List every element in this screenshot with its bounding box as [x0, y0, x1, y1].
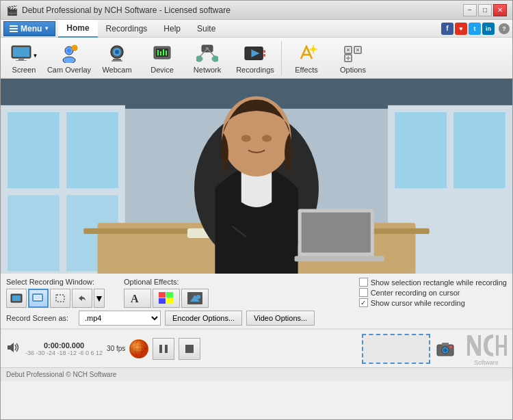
toolbar-options[interactable]: Options	[330, 40, 376, 77]
effect-btn-text[interactable]: A	[124, 289, 151, 308]
optional-effects-label: Optional Effects:	[124, 278, 209, 286]
waveform-scale: -36 -30 -24 -18 -12 -6 0 6 12	[25, 350, 103, 356]
checkbox-selection-label: Show selection rectangle while recording	[371, 278, 507, 287]
encoder-options-button[interactable]: Encoder Options...	[165, 311, 242, 326]
menu-item-recordings[interactable]: Recordings	[98, 20, 156, 38]
checkbox-row-selection: Show selection rectangle while recording	[359, 278, 507, 287]
linkedin-icon[interactable]: in	[482, 23, 495, 35]
svg-rect-77	[166, 298, 173, 304]
svg-point-63	[262, 135, 272, 142]
svg-point-6	[63, 57, 75, 63]
rec-btn-dropdown[interactable]: ▼	[94, 289, 105, 308]
screen-icon	[10, 42, 32, 64]
svg-rect-3	[16, 60, 27, 61]
checkbox-cursor[interactable]: ✓	[359, 298, 368, 307]
controls-row: Select Recording Window:	[1, 274, 512, 329]
svg-rect-18	[163, 49, 164, 55]
like-icon[interactable]: ♥	[455, 23, 467, 35]
ball-icon[interactable]	[129, 339, 148, 358]
checkbox-selection[interactable]	[359, 278, 368, 287]
select-recording-section: Select Recording Window:	[6, 278, 105, 308]
menu-button[interactable]: Menu ▼	[3, 21, 55, 36]
rec-btn-window[interactable]	[28, 289, 49, 308]
network-icon	[196, 42, 218, 64]
options-icon	[342, 42, 364, 64]
pause-button[interactable]	[153, 338, 174, 360]
svg-rect-19	[166, 51, 167, 55]
close-button[interactable]: ✕	[493, 4, 507, 16]
menu-arrow-icon: ▼	[44, 25, 49, 31]
svg-rect-51	[8, 195, 60, 271]
svg-rect-76	[159, 298, 166, 304]
device-icon	[151, 42, 173, 64]
svg-point-93	[443, 348, 447, 352]
svg-rect-89	[185, 345, 194, 353]
stop-button[interactable]	[179, 338, 200, 360]
checkbox-center-label: Center recording on cursor	[371, 289, 460, 297]
toolbar-cam-overlay[interactable]: Cam Overlay	[44, 40, 94, 77]
recordings-label: Recordings	[236, 66, 274, 74]
volume-icon[interactable]	[6, 341, 21, 357]
effect-btn-color[interactable]	[153, 289, 180, 308]
options-label: Options	[340, 66, 366, 74]
svg-rect-71	[34, 296, 41, 300]
facebook-icon[interactable]: f	[441, 23, 453, 35]
checkbox-row-cursor: ✓ Show cursor while recording	[359, 298, 507, 307]
effects-label: Effects	[295, 66, 317, 74]
nch-logo: Software	[466, 331, 507, 366]
menu-item-help[interactable]: Help	[155, 20, 189, 38]
svg-point-25	[212, 56, 218, 62]
effects-buttons: A	[124, 289, 209, 308]
toolbar-recordings[interactable]: Recordings	[231, 40, 280, 77]
preview-area	[1, 79, 512, 274]
recordings-icon	[244, 42, 266, 64]
svg-rect-74	[159, 292, 166, 298]
rec-btn-fullscreen[interactable]	[6, 289, 27, 308]
svg-point-95	[449, 345, 452, 348]
svg-rect-66	[295, 256, 384, 261]
playback-bar: 0:00:00.000 -36 -30 -24 -18 -12 -6 0 6 1…	[1, 329, 512, 367]
nch-sub-label: Software	[474, 359, 499, 366]
svg-rect-49	[8, 112, 60, 188]
toolbar-network[interactable]: Network	[184, 40, 231, 77]
toolbar: ▼ Screen Cam Overlay Webc	[1, 38, 512, 79]
minimize-button[interactable]: −	[463, 4, 477, 16]
record-as-row: Record Screen as: .mp4 .avi .wmv .mov En…	[6, 311, 507, 326]
toolbar-device[interactable]: Device	[140, 40, 184, 77]
maximize-button[interactable]: □	[478, 4, 492, 16]
menu-item-home[interactable]: Home	[58, 20, 97, 38]
optional-effects-section: Optional Effects: A	[124, 278, 209, 308]
svg-rect-75	[166, 292, 173, 298]
menu-item-suite[interactable]: Suite	[189, 20, 224, 38]
camera-button[interactable]	[434, 338, 456, 360]
twitter-icon[interactable]: t	[469, 23, 481, 35]
title-bar: 🎬 Debut Professional by NCH Software - L…	[1, 1, 512, 20]
webcam-icon	[106, 42, 128, 64]
rec-btn-back[interactable]	[72, 289, 92, 308]
screen-dropdown-icon[interactable]: ▼	[33, 53, 38, 59]
thumbnail-preview	[365, 336, 427, 362]
svg-rect-16	[157, 50, 159, 55]
help-icon[interactable]: ?	[499, 23, 510, 34]
toolbar-effects[interactable]: Effects	[283, 40, 330, 77]
preview-thumbnail	[362, 334, 430, 364]
svg-rect-55	[453, 112, 505, 188]
svg-point-31	[311, 47, 315, 51]
svg-point-23	[196, 56, 202, 62]
rec-btn-region[interactable]	[50, 289, 70, 308]
effects-icon	[295, 42, 317, 64]
menu-bar: Menu ▼ Home Recordings Help Suite f ♥ t …	[1, 20, 512, 38]
checkbox-center[interactable]	[359, 288, 368, 297]
svg-rect-17	[160, 51, 161, 55]
toolbar-webcam[interactable]: Webcam	[94, 40, 140, 77]
video-options-button[interactable]: Video Options...	[246, 311, 315, 326]
svg-rect-2	[18, 58, 24, 60]
recording-buttons: ▼	[6, 289, 105, 308]
effect-btn-watermark[interactable]	[181, 289, 209, 308]
preview-scene	[1, 79, 512, 274]
svg-point-5	[67, 49, 71, 53]
svg-rect-90	[365, 336, 427, 362]
svg-rect-87	[159, 345, 162, 353]
format-select[interactable]: .mp4 .avi .wmv .mov	[79, 311, 161, 326]
toolbar-screen[interactable]: ▼ Screen	[3, 40, 44, 77]
